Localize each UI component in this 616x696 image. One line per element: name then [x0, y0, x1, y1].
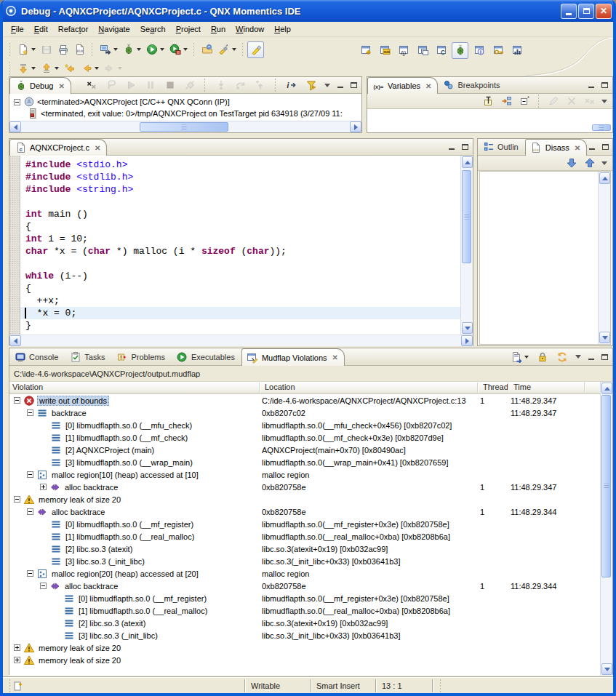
dropdown-arrow-icon[interactable]: [232, 48, 236, 51]
column-header-thread[interactable]: Thread: [480, 383, 508, 391]
violation-row[interactable]: malloc region[20] (heap) accessed at [20…: [9, 567, 600, 580]
dropdown-arrow-icon[interactable]: [160, 48, 164, 51]
scroll-up-button[interactable]: [599, 172, 610, 184]
column-header-location[interactable]: Location: [262, 383, 295, 391]
tree-expander[interactable]: [40, 484, 47, 490]
menu-run[interactable]: Run: [206, 23, 231, 36]
violation-row[interactable]: write out of boundsC:/ide-4.6-workspace/…: [9, 394, 600, 407]
suspend-button[interactable]: [142, 77, 159, 94]
view-menu-button[interactable]: [322, 81, 332, 89]
minimize-view-button[interactable]: [447, 143, 457, 151]
minimize-view-button[interactable]: [587, 143, 597, 151]
perspective-resources-button[interactable]: [414, 42, 431, 59]
maximize-view-button[interactable]: [599, 353, 609, 361]
debug-tree-row[interactable]: <terminated>AQNXCProject [C/C++ QNX QCon…: [9, 96, 361, 108]
scroll-right-button[interactable]: [461, 335, 473, 346]
remove-selected-button[interactable]: [563, 93, 580, 110]
tab-mudflap-violations[interactable]: Mudflap Violations✕: [241, 348, 345, 366]
perspective-debug-button[interactable]: [452, 42, 468, 59]
violation-row[interactable]: [0] libmudflapth.so.0 (__mf_register)lib…: [9, 518, 600, 530]
menu-refactor[interactable]: Refactor: [53, 23, 94, 36]
disassembly-scrollbar[interactable]: [598, 172, 610, 344]
violation-row[interactable]: alloc backtrace0xb820758e111:48.29.347: [9, 481, 600, 493]
refresh-button[interactable]: [553, 348, 570, 365]
annotation-ruler[interactable]: [9, 156, 20, 335]
tree-expander[interactable]: [14, 644, 20, 651]
violation-row[interactable]: [2] AQNXCProject (main)AQNXCProject(main…: [9, 444, 600, 456]
menu-window[interactable]: Window: [231, 23, 269, 36]
maximize-view-button[interactable]: [599, 81, 609, 89]
restart-button[interactable]: [103, 77, 119, 94]
search-button[interactable]: [215, 41, 239, 58]
menu-project[interactable]: Project: [171, 23, 206, 36]
scroll-left-button[interactable]: [9, 121, 21, 132]
scroll-left-button[interactable]: [9, 335, 21, 346]
variables-scroll-thumb[interactable]: [592, 124, 611, 131]
debug-tree-row[interactable]: <terminated, exit value: 0>/tmp/AQNXCPro…: [9, 108, 361, 119]
back-history-button[interactable]: [78, 60, 101, 77]
collapse-all-button[interactable]: [516, 93, 533, 110]
violation-row[interactable]: [0] libmudflapth.so.0 (__mf_register)lib…: [9, 592, 600, 604]
view-menu-button[interactable]: [573, 353, 583, 361]
violation-row[interactable]: alloc backtrace0xb820758e111:48.29.344: [9, 580, 600, 592]
editor-horizontal-scrollbar[interactable]: [9, 335, 473, 346]
step-into-button[interactable]: [212, 77, 229, 94]
menu-file[interactable]: File: [6, 23, 29, 36]
violation-row[interactable]: alloc backtrace0xb820758e111:48.29.344: [9, 505, 600, 518]
minimize-view-button[interactable]: [586, 81, 596, 89]
perspective-key-button[interactable]: [489, 42, 506, 59]
scroll-thumb[interactable]: [601, 395, 611, 577]
scroll-down-address-button[interactable]: [563, 155, 580, 172]
open-perspective-button[interactable]: [357, 42, 374, 59]
tab-breakpoints[interactable]: Breakpoints: [438, 77, 506, 93]
dropdown-arrow-icon[interactable]: [55, 67, 59, 70]
menu-edit[interactable]: Edit: [29, 23, 53, 36]
tab-executables[interactable]: Executables: [172, 348, 241, 365]
column-header-time[interactable]: Time: [511, 383, 531, 391]
minimize-view-button[interactable]: [586, 353, 596, 361]
change-value-button[interactable]: [545, 93, 561, 110]
tree-expander[interactable]: [27, 508, 33, 515]
violation-row[interactable]: [2] libc.so.3 (atexit)libc.so.3(atexit+0…: [9, 543, 600, 555]
tab-tasks[interactable]: Tasks: [65, 348, 111, 365]
violation-row[interactable]: [3] libc.so.3 (_init_libc)libc.so.3(_ini…: [9, 555, 600, 567]
dropdown-arrow-icon[interactable]: [183, 48, 188, 51]
violation-row[interactable]: malloc region[10] (heap) accessed at [10…: [9, 468, 600, 481]
last-edit-location-button[interactable]: [15, 60, 38, 77]
close-tab-icon[interactable]: ✕: [575, 144, 580, 152]
disconnect-button[interactable]: [181, 77, 198, 94]
scroll-up-button[interactable]: [601, 383, 612, 394]
violation-row[interactable]: [2] libc.so.3 (atexit)libc.so.3(atexit+0…: [9, 617, 600, 629]
scroll-up-button[interactable]: [462, 156, 473, 168]
debug-button[interactable]: [120, 41, 143, 58]
tree-expander[interactable]: [14, 397, 20, 404]
print-button[interactable]: [55, 41, 71, 58]
dropdown-arrow-icon[interactable]: [118, 67, 122, 70]
close-tab-icon[interactable]: ✕: [58, 82, 64, 90]
violation-row[interactable]: [1] libmudflapth.so.0 (__real_malloc)lib…: [9, 530, 600, 543]
step-return-button[interactable]: [252, 77, 268, 94]
violation-row[interactable]: [3] libc.so.3 (_init_libc)libc.so.3(_ini…: [9, 629, 600, 641]
violation-row[interactable]: memory leak of size 20: [9, 641, 600, 654]
tree-expander[interactable]: [40, 583, 47, 589]
dropdown-arrow-icon[interactable]: [524, 356, 529, 359]
step-over-button[interactable]: [232, 77, 249, 94]
perspective-info-button[interactable]: i: [471, 42, 487, 59]
close-tab-icon[interactable]: ✕: [425, 82, 431, 90]
tree-expander[interactable]: [27, 409, 33, 416]
violation-row[interactable]: [0] libmudflapth.so.0 (__mfu_check)libmu…: [9, 419, 600, 431]
qnx-run-button[interactable]: [167, 41, 190, 58]
violation-row[interactable]: [1] libmudflapth.so.0 (__real_malloc)lib…: [9, 604, 600, 617]
maximize-button[interactable]: [578, 4, 594, 19]
dropdown-arrow-icon[interactable]: [113, 48, 118, 51]
target-navigator-button[interactable]: [97, 41, 120, 58]
next-edit-location-button[interactable]: [38, 60, 61, 77]
minimize-view-button[interactable]: [335, 81, 345, 89]
menu-search[interactable]: Search: [135, 23, 171, 36]
mark-occurrences-button[interactable]: [247, 41, 264, 58]
view-menu-button[interactable]: [599, 159, 609, 167]
forward-history-button[interactable]: [101, 60, 124, 77]
violation-row[interactable]: memory leak of size 20: [9, 654, 600, 666]
show-type-names-button[interactable]: [480, 93, 497, 110]
instruction-stepping-button[interactable]: i: [283, 77, 300, 94]
